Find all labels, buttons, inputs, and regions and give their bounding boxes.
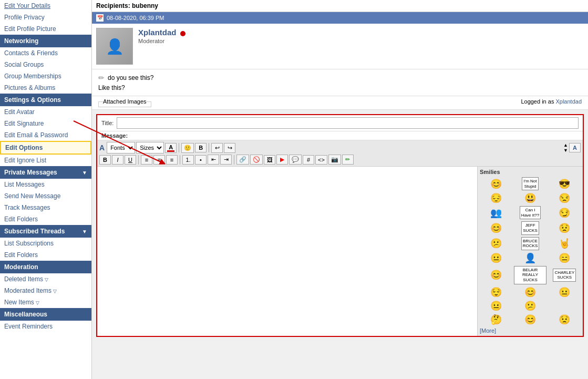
smiley-16[interactable]: 😌 <box>490 286 502 298</box>
clear-button[interactable]: ✏ <box>342 155 354 165</box>
hashtag-button[interactable]: # <box>303 155 314 165</box>
sidebar-link-edit-email-password[interactable]: Edit Email & Password <box>0 129 91 141</box>
smiley-button[interactable]: 🙂 <box>181 143 194 153</box>
sidebar-link-list-subscriptions[interactable]: List Subscriptions <box>0 238 91 249</box>
smiley-sign-6[interactable]: CHARLEYSUCKS <box>553 269 576 282</box>
sidebar-link-edit-profile-picture[interactable]: Edit Profile Picture <box>0 23 91 35</box>
ordered-list-button[interactable]: 1. <box>182 155 194 165</box>
smiley-13[interactable]: 👤 <box>524 252 536 264</box>
sidebar-link-edit-options[interactable]: Edit Options <box>0 141 91 155</box>
redo-button[interactable]: ↪ <box>224 143 235 153</box>
sidebar-link-deleted-items[interactable]: Deleted Items ▽ <box>0 273 91 285</box>
author-name[interactable]: Xplantdad <box>138 28 177 37</box>
outdent-button[interactable]: ⇥ <box>220 155 232 165</box>
smiley-21[interactable]: 🤔 <box>490 314 502 325</box>
smiley-sign-3[interactable]: JEFFSUCKS <box>521 221 539 234</box>
code-button[interactable]: <> <box>315 155 327 165</box>
smiley-sign-1[interactable]: I'm NotStupid <box>522 177 538 190</box>
private-messages-arrow: ▼ <box>82 170 87 176</box>
date-bar: 📅 08-08-2020, 06:39 PM <box>92 12 588 24</box>
smiley-17[interactable]: 😊 <box>524 286 536 298</box>
noparse-button[interactable]: 🚫 <box>250 155 263 165</box>
subscribed-threads-arrow: ▼ <box>82 229 87 234</box>
smiley-6[interactable]: 👥 <box>490 207 502 219</box>
title-input[interactable] <box>117 117 579 129</box>
message-label: Message: <box>97 131 583 140</box>
smiley-10[interactable]: 😕 <box>490 238 502 249</box>
post-sub-text: Like this? <box>98 84 582 91</box>
sidebar-link-edit-folders-sub[interactable]: Edit Folders <box>0 249 91 261</box>
separator-2 <box>209 143 209 152</box>
undo-button[interactable]: ↩ <box>211 143 223 153</box>
smiley-22[interactable]: 😊 <box>524 314 536 325</box>
sidebar-link-pictures-albums[interactable]: Pictures & Albums <box>0 82 91 94</box>
logged-in-user-link[interactable]: Xplantdad <box>555 98 582 105</box>
title-row: Title: <box>97 115 583 131</box>
font-a-icon: A <box>99 144 105 152</box>
scroll-down-arrow[interactable]: ▼ <box>563 148 568 153</box>
fonts-select[interactable]: Fonts <box>107 142 135 153</box>
sidebar-link-new-items[interactable]: New Items ▽ <box>0 296 91 308</box>
smilies-grid: 😊 I'm NotStupid 😎 😔 😃 😒 👥 Can IHave It??… <box>480 177 581 325</box>
unordered-list-button[interactable]: • <box>195 155 207 165</box>
main-content: Recipients: bubenny 📅 08-08-2020, 06:39 … <box>92 0 588 379</box>
sidebar-link-event-reminders[interactable]: Event Reminders <box>0 321 91 332</box>
align-center-button[interactable]: ≡ <box>153 155 165 165</box>
sidebar-link-edit-folders-pm[interactable]: Edit Folders <box>0 213 91 225</box>
smiley-12[interactable]: 😐 <box>490 252 502 264</box>
message-composer: Title: Message: A Fonts Sizes A <box>96 114 584 337</box>
sidebar-section-private-messages: Private Messages ▼ <box>0 166 91 179</box>
sidebar-link-track-messages[interactable]: Track Messages <box>0 202 91 213</box>
sidebar-link-edit-your-details[interactable]: Edit Your Details <box>0 0 91 12</box>
sidebar-link-social-groups[interactable]: Social Groups <box>0 59 91 70</box>
sidebar-link-edit-avatar[interactable]: Edit Avatar <box>0 106 91 118</box>
logged-in-bar: Logged in as Xplantdad <box>521 98 582 105</box>
sidebar-link-moderated-items[interactable]: Moderated Items ▽ <box>0 285 91 296</box>
bold-toggle-button[interactable]: B <box>195 143 207 152</box>
smiley-sign-4[interactable]: BRUCEROCKS <box>521 237 539 250</box>
smiley-18[interactable]: 😐 <box>559 286 570 298</box>
smiley-sign-2[interactable]: Can IHave It?? <box>520 206 541 219</box>
sidebar-link-send-new-message[interactable]: Send New Message <box>0 190 91 202</box>
sidebar-link-contacts-friends[interactable]: Contacts & Friends <box>0 47 91 59</box>
smiley-2[interactable]: 😎 <box>559 178 570 190</box>
recipients-value: bubenny <box>132 2 158 9</box>
sidebar-link-list-messages[interactable]: List Messages <box>0 179 91 190</box>
smiley-4[interactable]: 😃 <box>524 192 536 204</box>
video-button[interactable]: ▶ <box>276 155 288 165</box>
smiley-5[interactable]: 😒 <box>559 192 570 204</box>
smiley-8[interactable]: 😊 <box>490 222 502 234</box>
smilies-more-link[interactable]: [More] <box>480 327 581 334</box>
smiley-15[interactable]: 😊 <box>490 269 502 281</box>
smiley-3[interactable]: 😔 <box>490 192 502 204</box>
bold-button[interactable]: B <box>99 155 111 165</box>
smiley-20[interactable]: 😕 <box>524 300 536 312</box>
smiley-19[interactable]: 😐 <box>490 300 502 312</box>
italic-button[interactable]: I <box>112 155 123 165</box>
align-right-button[interactable]: ≡ <box>166 155 178 165</box>
smiley-sign-5[interactable]: BELAIRREALLY SUCKS <box>514 266 546 284</box>
sizes-select[interactable]: Sizes <box>136 142 164 153</box>
smiley-23[interactable]: 😟 <box>559 314 570 325</box>
title-label: Title: <box>101 120 114 126</box>
sidebar-link-edit-signature[interactable]: Edit Signature <box>0 118 91 129</box>
message-editor[interactable] <box>97 167 478 336</box>
align-left-button[interactable]: ≡ <box>141 155 152 165</box>
sidebar-link-group-memberships[interactable]: Group Memberships <box>0 70 91 82</box>
sidebar-link-profile-privacy[interactable]: Profile Privacy <box>0 12 91 23</box>
sidebar-link-edit-ignore-list[interactable]: Edit Ignore List <box>0 155 91 166</box>
underline-button[interactable]: U <box>125 155 136 165</box>
smiley-9[interactable]: 😟 <box>559 222 570 234</box>
image-button[interactable]: 🖼 <box>264 155 275 165</box>
smiley-14[interactable]: 😑 <box>559 252 570 264</box>
link-button[interactable]: 🔗 <box>236 155 249 165</box>
smiley-1[interactable]: 😊 <box>490 178 502 190</box>
quote-button[interactable]: 💬 <box>289 155 302 165</box>
expand-button[interactable]: A <box>569 143 581 152</box>
smiley-7[interactable]: 😏 <box>559 207 570 219</box>
font-color-button[interactable]: A <box>165 143 177 153</box>
indent-button[interactable]: ⇤ <box>208 155 219 165</box>
smiley-11[interactable]: 🤘 <box>559 238 570 249</box>
photo-button[interactable]: 📷 <box>328 155 341 165</box>
scroll-up-arrow[interactable]: ▲ <box>563 142 568 148</box>
